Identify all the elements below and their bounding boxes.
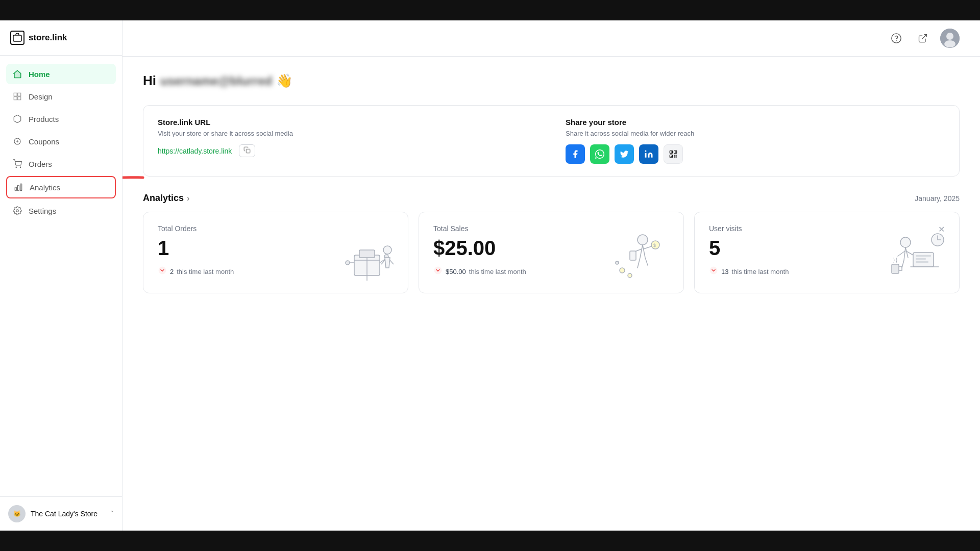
svg-text:$: $ bbox=[653, 243, 656, 248]
store-url-panel: Store.link URL Visit your store or share… bbox=[143, 106, 551, 176]
svg-point-22 bbox=[159, 267, 166, 274]
sidebar-item-coupons[interactable]: Coupons bbox=[6, 131, 116, 152]
svg-point-25 bbox=[346, 261, 350, 265]
user-avatar[interactable] bbox=[940, 29, 960, 48]
analytics-header: Analytics › January, 2025 bbox=[143, 193, 960, 204]
analytics-chevron: › bbox=[187, 194, 189, 203]
svg-point-33 bbox=[620, 268, 625, 273]
svg-rect-13 bbox=[247, 149, 251, 153]
svg-point-11 bbox=[946, 33, 953, 40]
svg-point-35 bbox=[616, 261, 619, 264]
linkedin-share-button[interactable] bbox=[639, 144, 658, 164]
analytics-title-link[interactable]: Analytics › bbox=[143, 193, 189, 204]
total-sales-card: Total Sales $25.00 $50.00 this time last… bbox=[419, 212, 684, 293]
logo-text: store.link bbox=[29, 33, 67, 43]
chevron-down-icon: ˅ bbox=[111, 510, 114, 517]
sidebar: store.link Home Design bbox=[0, 20, 122, 531]
social-icons-row bbox=[566, 144, 945, 164]
sidebar-logo: store.link bbox=[0, 20, 122, 56]
sidebar-item-products[interactable]: Products bbox=[6, 109, 116, 129]
greeting-hi: Hi bbox=[143, 73, 156, 89]
sales-comparison-highlight: $50.00 bbox=[446, 268, 466, 276]
svg-point-1 bbox=[16, 167, 17, 168]
orders-illustration bbox=[336, 235, 398, 288]
main-content-area: Hi username@blurred 👋 Store.link URL Vis… bbox=[122, 20, 980, 531]
external-link-button[interactable] bbox=[914, 29, 932, 47]
svg-point-37 bbox=[900, 237, 911, 247]
sales-illustration: $ bbox=[607, 230, 673, 288]
svg-rect-18 bbox=[671, 152, 672, 153]
analytics-date: January, 2025 bbox=[915, 194, 960, 203]
total-orders-card: Total Orders 1 2 this time last month bbox=[143, 212, 408, 293]
products-icon bbox=[12, 114, 22, 124]
analytics-title: Analytics bbox=[143, 193, 184, 204]
svg-line-9 bbox=[922, 35, 926, 39]
svg-rect-4 bbox=[18, 185, 19, 191]
svg-rect-19 bbox=[675, 152, 676, 153]
orders-comparison-suffix: this time last month bbox=[177, 268, 234, 276]
svg-rect-41 bbox=[916, 261, 928, 263]
svg-rect-20 bbox=[671, 156, 672, 157]
sidebar-coupons-label: Coupons bbox=[29, 137, 59, 146]
main-header bbox=[122, 20, 980, 57]
analytics-wrapper: Analytics › January, 2025 Total Orders 1 bbox=[143, 193, 960, 293]
svg-rect-24 bbox=[359, 250, 375, 258]
analytics-cards: Total Orders 1 2 this time last month bbox=[143, 212, 960, 293]
sidebar-item-analytics[interactable]: Analytics bbox=[6, 176, 116, 198]
svg-point-7 bbox=[892, 34, 901, 43]
total-orders-label: Total Orders bbox=[158, 224, 394, 233]
sidebar-item-settings[interactable]: Settings bbox=[6, 201, 116, 221]
twitter-share-button[interactable] bbox=[615, 144, 634, 164]
visits-illustration bbox=[883, 230, 949, 288]
svg-point-29 bbox=[638, 235, 648, 245]
share-desc: Share it across social media for wider r… bbox=[566, 130, 945, 137]
sales-comparison-suffix: this time last month bbox=[469, 268, 526, 276]
svg-point-14 bbox=[645, 151, 647, 152]
sidebar-nav: Home Design Products Coupo bbox=[0, 56, 122, 496]
svg-rect-39 bbox=[916, 255, 931, 257]
svg-rect-0 bbox=[13, 35, 21, 41]
sidebar-item-orders[interactable]: Orders bbox=[6, 154, 116, 174]
coupons-icon bbox=[12, 136, 22, 146]
store-avatar: 🐱 bbox=[8, 505, 26, 522]
sidebar-design-label: Design bbox=[29, 92, 53, 101]
sidebar-footer[interactable]: 🐱 The Cat Lady's Store ˅ bbox=[0, 496, 122, 531]
sidebar-item-home[interactable]: Home bbox=[6, 64, 116, 84]
home-icon bbox=[12, 69, 22, 79]
orders-icon bbox=[12, 159, 22, 169]
help-button[interactable] bbox=[887, 29, 905, 47]
svg-point-28 bbox=[434, 267, 442, 274]
svg-rect-3 bbox=[15, 187, 16, 191]
store-url-link[interactable]: https://catlady.store.link bbox=[158, 147, 232, 155]
orders-trend-icon bbox=[158, 266, 167, 277]
svg-point-36 bbox=[710, 267, 718, 274]
svg-point-12 bbox=[944, 40, 955, 47]
settings-icon bbox=[12, 206, 22, 216]
visits-trend-icon bbox=[709, 266, 718, 277]
svg-point-34 bbox=[628, 273, 632, 278]
sidebar-item-design[interactable]: Design bbox=[6, 86, 116, 107]
qr-share-button[interactable] bbox=[664, 144, 683, 164]
logo-icon bbox=[10, 31, 24, 45]
username-blurred: username@blurred bbox=[160, 74, 272, 88]
svg-point-27 bbox=[383, 246, 391, 254]
greeting-section: Hi username@blurred 👋 bbox=[143, 73, 960, 89]
orders-comparison-highlight: 2 bbox=[170, 268, 174, 276]
design-icon bbox=[12, 91, 22, 102]
sidebar-settings-label: Settings bbox=[29, 207, 56, 215]
whatsapp-share-button[interactable] bbox=[590, 144, 609, 164]
svg-rect-43 bbox=[892, 264, 899, 273]
svg-rect-40 bbox=[916, 258, 926, 260]
copy-url-button[interactable] bbox=[239, 144, 255, 157]
svg-point-8 bbox=[896, 40, 896, 41]
share-title: Share your store bbox=[566, 118, 945, 127]
header-actions bbox=[887, 29, 960, 48]
user-visits-label: User visits bbox=[709, 224, 742, 233]
facebook-share-button[interactable] bbox=[566, 144, 585, 164]
svg-point-6 bbox=[16, 210, 19, 212]
sidebar-products-label: Products bbox=[29, 115, 59, 123]
sidebar-analytics-label: Analytics bbox=[30, 183, 60, 192]
share-panel: Share your store Share it across social … bbox=[551, 106, 959, 176]
store-name: The Cat Lady's Store bbox=[31, 510, 106, 518]
info-section: Store.link URL Visit your store or share… bbox=[143, 105, 960, 177]
